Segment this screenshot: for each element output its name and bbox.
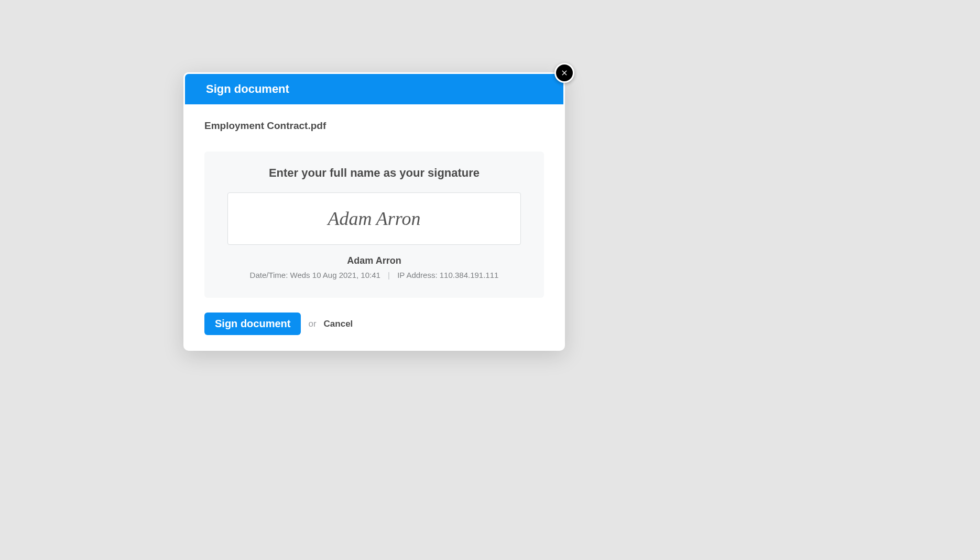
document-name: Employment Contract.pdf xyxy=(204,120,544,132)
datetime-value: Weds 10 Aug 2021, 10:41 xyxy=(290,271,380,279)
close-icon xyxy=(560,69,569,77)
modal-body: Employment Contract.pdf Enter your full … xyxy=(183,104,565,351)
cancel-link[interactable]: Cancel xyxy=(324,319,353,329)
signed-by-name: Adam Arron xyxy=(225,255,523,266)
signature-input[interactable] xyxy=(227,192,521,245)
modal-header: Sign document xyxy=(183,72,565,104)
metadata-separator: | xyxy=(388,271,390,279)
signature-metadata: Date/Time: Weds 10 Aug 2021, 10:41 | IP … xyxy=(225,271,523,279)
sign-document-modal: Sign document Employment Contract.pdf En… xyxy=(183,72,565,351)
or-text: or xyxy=(308,319,316,329)
ip-label: IP Address: xyxy=(397,271,437,279)
signature-instruction: Enter your full name as your signature xyxy=(225,166,523,180)
ip-value: 110.384.191.111 xyxy=(440,271,499,279)
modal-title: Sign document xyxy=(206,82,542,96)
datetime-label: Date/Time: xyxy=(250,271,288,279)
sign-document-button[interactable]: Sign document xyxy=(204,313,301,335)
close-button[interactable] xyxy=(554,63,574,83)
modal-actions: Sign document or Cancel xyxy=(204,313,544,335)
signature-panel: Enter your full name as your signature A… xyxy=(204,152,544,298)
